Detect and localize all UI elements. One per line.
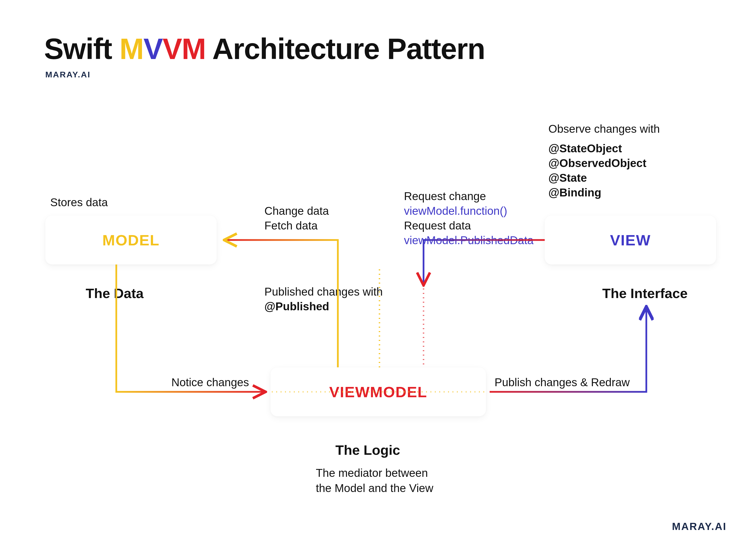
arrow-vm-publish-label-1: Published changes with bbox=[264, 284, 383, 299]
view-observe-intro: Observe changes with bbox=[549, 121, 660, 136]
arrow-vm-to-model-label-2: Fetch data bbox=[264, 218, 317, 233]
model-box: MODEL bbox=[45, 216, 217, 265]
mvvm-letter-m1: M bbox=[120, 32, 143, 65]
title-prefix: Swift bbox=[44, 32, 120, 65]
mvvm-letter-v2: V bbox=[163, 32, 182, 65]
mvvm-letter-v1: V bbox=[143, 32, 163, 65]
arrow-view-to-vm-change-code: viewModel.function() bbox=[404, 203, 507, 219]
arrow-vm-to-model-label-1: Change data bbox=[264, 203, 329, 219]
view-observe-item-2: @State bbox=[549, 170, 587, 185]
viewmodel-box-label: VIEWMODEL bbox=[329, 383, 427, 401]
brand-top: MARAY.AI bbox=[45, 70, 91, 79]
page-title: Swift MVVM Architecture Pattern bbox=[44, 32, 485, 65]
arrow-vm-to-view-label: Publish changes & Redraw bbox=[494, 375, 630, 390]
title-suffix: Architecture Pattern bbox=[206, 32, 485, 65]
view-box: VIEW bbox=[545, 216, 716, 265]
diagram-canvas: Swift MVVM Architecture Pattern MARAY.AI… bbox=[0, 0, 756, 552]
model-above-label: Stores data bbox=[50, 195, 108, 210]
viewmodel-box: VIEWMODEL bbox=[271, 367, 486, 416]
arrow-model-to-vm bbox=[116, 265, 264, 392]
brand-bottom-right: MARAY.AI bbox=[672, 521, 727, 532]
arrow-view-to-vm-data-label: Request data bbox=[404, 218, 471, 233]
mvvm-letter-m2: M bbox=[182, 32, 206, 65]
arrow-view-to-vm-data-code: viewModel.PublishedData bbox=[404, 233, 534, 248]
view-box-label: VIEW bbox=[610, 232, 651, 249]
view-observe-item-0: @StateObject bbox=[549, 141, 622, 156]
view-tag: The Interface bbox=[602, 284, 688, 303]
arrow-model-to-vm-label: Notice changes bbox=[171, 375, 249, 390]
arrow-view-to-vm-change-label: Request change bbox=[404, 188, 486, 204]
viewmodel-tag: The Logic bbox=[335, 441, 400, 459]
viewmodel-description: The mediator between the Model and the V… bbox=[316, 465, 433, 496]
model-box-label: MODEL bbox=[102, 232, 160, 249]
arrow-vm-publish-label-2: @Published bbox=[264, 299, 329, 314]
view-observe-item-1: @ObservedObject bbox=[549, 155, 646, 171]
model-tag: The Data bbox=[86, 284, 144, 303]
view-observe-item-3: @Binding bbox=[549, 185, 601, 200]
